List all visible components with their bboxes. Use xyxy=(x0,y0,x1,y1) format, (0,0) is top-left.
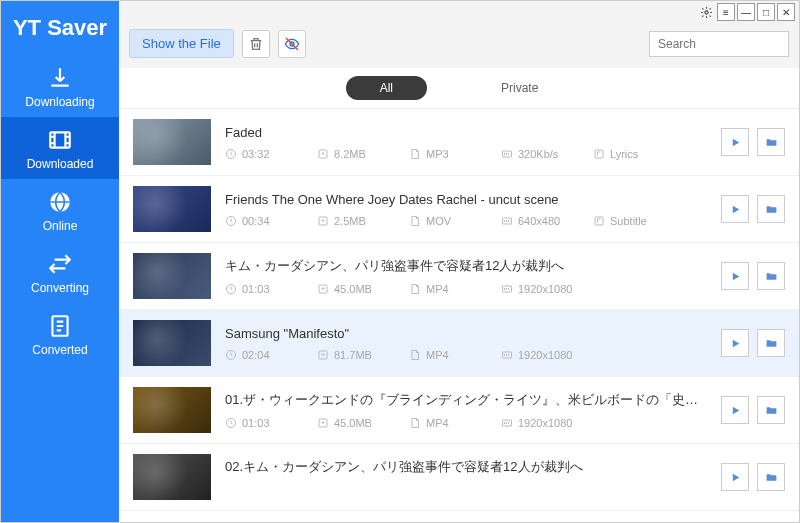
item-meta: 03:32 8.2MB MP3 320Kb/s Lyrics xyxy=(225,148,707,160)
format: MOV xyxy=(409,215,501,227)
resolution: 320Kb/s xyxy=(501,148,593,160)
folder-icon xyxy=(765,270,778,283)
play-icon xyxy=(729,203,742,216)
play-button[interactable] xyxy=(721,463,749,491)
eye-off-icon xyxy=(284,36,300,52)
play-button[interactable] xyxy=(721,195,749,223)
list-item[interactable]: キム・カーダシアン、パリ強盗事件で容疑者12人が裁判へ 01:03 45.0MB… xyxy=(119,243,799,310)
sidebar-item-converting[interactable]: Converting xyxy=(1,241,119,303)
minimize-button[interactable]: — xyxy=(737,3,755,21)
item-info: Samsung "Manifesto" 02:04 81.7MB MP4 192… xyxy=(225,326,707,361)
duration: 01:03 xyxy=(225,283,317,295)
close-button[interactable]: ✕ xyxy=(777,3,795,21)
item-info: 02.キム・カーダシアン、パリ強盗事件で容疑者12人が裁判へ xyxy=(225,458,707,496)
sidebar-item-converted[interactable]: Converted xyxy=(1,303,119,365)
folder-icon xyxy=(765,404,778,417)
list-item[interactable]: Friends The One Where Joey Dates Rachel … xyxy=(119,176,799,243)
folder-button[interactable] xyxy=(757,329,785,357)
format: MP4 xyxy=(409,349,501,361)
sidebar-item-online[interactable]: Online xyxy=(1,179,119,241)
folder-icon xyxy=(765,203,778,216)
item-info: キム・カーダシアン、パリ強盗事件で容疑者12人が裁判へ 01:03 45.0MB… xyxy=(225,257,707,295)
item-actions xyxy=(721,396,785,424)
resolution: 640x480 xyxy=(501,215,593,227)
item-meta: 01:03 45.0MB MP4 1920x1080 xyxy=(225,417,707,429)
play-icon xyxy=(729,136,742,149)
item-title: キム・カーダシアン、パリ強盗事件で容疑者12人が裁判へ xyxy=(225,257,707,275)
item-info: 01.ザ・ウィークエンドの『ブラインディング・ライツ』、米ビルボードの「史上最高… xyxy=(225,391,707,429)
folder-button[interactable] xyxy=(757,128,785,156)
svg-rect-0 xyxy=(50,132,70,147)
play-button[interactable] xyxy=(721,262,749,290)
sidebar-item-label: Converting xyxy=(31,281,89,295)
filesize: 45.0MB xyxy=(317,417,409,429)
list-item[interactable]: 02.キム・カーダシアン、パリ強盗事件で容疑者12人が裁判へ xyxy=(119,444,799,511)
item-meta: 01:03 45.0MB MP4 1920x1080 xyxy=(225,283,707,295)
play-button[interactable] xyxy=(721,128,749,156)
play-button[interactable] xyxy=(721,396,749,424)
item-title: Samsung "Manifesto" xyxy=(225,326,707,341)
format: MP4 xyxy=(409,283,501,295)
item-meta: 02:04 81.7MB MP4 1920x1080 xyxy=(225,349,707,361)
filter-tabs: All Private xyxy=(119,68,799,109)
thumbnail xyxy=(133,186,211,232)
sidebar: YT Saver Downloading Downloaded Online C… xyxy=(1,1,119,522)
menu-icon[interactable]: ≡ xyxy=(717,3,735,21)
folder-button[interactable] xyxy=(757,262,785,290)
duration: 00:34 xyxy=(225,215,317,227)
delete-button[interactable] xyxy=(242,30,270,58)
list-item[interactable]: 01.ザ・ウィークエンドの『ブラインディング・ライツ』、米ビルボードの「史上最高… xyxy=(119,377,799,444)
thumbnail xyxy=(133,119,211,165)
gear-icon[interactable] xyxy=(697,3,715,21)
filesize: 45.0MB xyxy=(317,283,409,295)
film-icon xyxy=(47,127,73,153)
svg-rect-13 xyxy=(595,217,603,225)
titlebar: ≡ — □ ✕ xyxy=(119,1,799,23)
duration: 01:03 xyxy=(225,417,317,429)
play-icon xyxy=(729,404,742,417)
filesize: 81.7MB xyxy=(317,349,409,361)
play-button[interactable] xyxy=(721,329,749,357)
item-actions xyxy=(721,329,785,357)
filesize: 8.2MB xyxy=(317,148,409,160)
resolution: 1920x1080 xyxy=(501,283,593,295)
nav: Downloading Downloaded Online Converting… xyxy=(1,55,119,365)
format: MP3 xyxy=(409,148,501,160)
download-list: Faded 03:32 8.2MB MP3 320Kb/s Lyrics Fri… xyxy=(119,109,799,522)
list-item[interactable]: Faded 03:32 8.2MB MP3 320Kb/s Lyrics xyxy=(119,109,799,176)
sidebar-item-label: Downloading xyxy=(25,95,94,109)
hide-button[interactable] xyxy=(278,30,306,58)
search-input[interactable] xyxy=(649,31,789,57)
globe-icon xyxy=(47,189,73,215)
sidebar-item-downloading[interactable]: Downloading xyxy=(1,55,119,117)
item-actions xyxy=(721,262,785,290)
item-actions xyxy=(721,463,785,491)
trash-icon xyxy=(248,36,264,52)
folder-button[interactable] xyxy=(757,195,785,223)
list-item[interactable]: Samsung "Manifesto" 02:04 81.7MB MP4 192… xyxy=(119,310,799,377)
sidebar-item-downloaded[interactable]: Downloaded xyxy=(1,117,119,179)
item-info: Friends The One Where Joey Dates Rachel … xyxy=(225,192,707,227)
item-title: Faded xyxy=(225,125,707,140)
document-icon xyxy=(47,313,73,339)
maximize-button[interactable]: □ xyxy=(757,3,775,21)
folder-button[interactable] xyxy=(757,396,785,424)
filesize: 2.5MB xyxy=(317,215,409,227)
tab-private[interactable]: Private xyxy=(467,76,572,100)
folder-button[interactable] xyxy=(757,463,785,491)
resolution: 1920x1080 xyxy=(501,417,593,429)
folder-icon xyxy=(765,337,778,350)
format: MP4 xyxy=(409,417,501,429)
show-file-button[interactable]: Show the File xyxy=(129,29,234,58)
play-icon xyxy=(729,471,742,484)
duration: 02:04 xyxy=(225,349,317,361)
thumbnail xyxy=(133,387,211,433)
thumbnail xyxy=(133,320,211,366)
resolution: 1920x1080 xyxy=(501,349,593,361)
item-actions xyxy=(721,195,785,223)
convert-icon xyxy=(47,251,73,277)
tab-all[interactable]: All xyxy=(346,76,427,100)
toolbar: Show the File xyxy=(119,23,799,68)
thumbnail xyxy=(133,454,211,500)
item-info: Faded 03:32 8.2MB MP3 320Kb/s Lyrics xyxy=(225,125,707,160)
